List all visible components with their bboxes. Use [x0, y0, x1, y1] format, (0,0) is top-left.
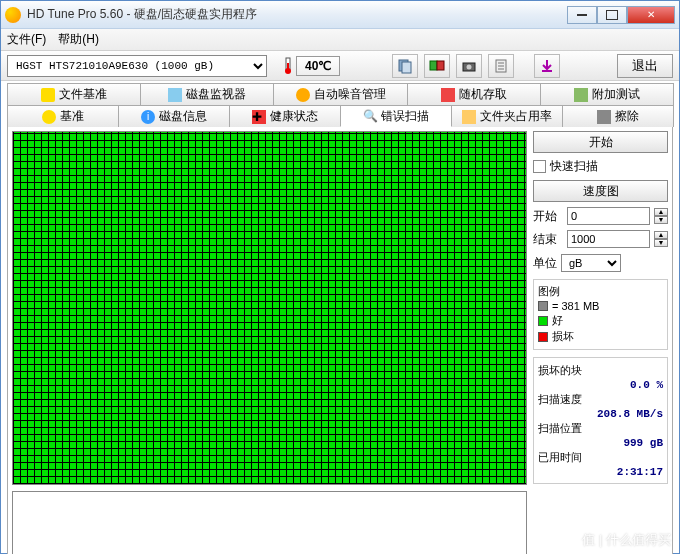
legend-ok: 好 — [552, 313, 563, 328]
start-spin-down[interactable]: ▼ — [654, 216, 668, 224]
scanned-blocks — [13, 132, 526, 484]
speaker-icon — [296, 88, 310, 102]
stats-box: 损坏的块 0.0 % 扫描速度 208.8 MB/s 扫描位置 999 gB 已… — [533, 357, 668, 484]
quick-scan-row: 快速扫描 — [533, 158, 668, 175]
tab-benchmark[interactable]: 基准 — [7, 105, 119, 127]
bench-icon — [42, 110, 56, 124]
copy-info-button[interactable] — [392, 54, 418, 78]
menubar: 文件(F) 帮助(H) — [1, 29, 679, 51]
unit-row: 单位 gB — [533, 254, 668, 272]
menu-help[interactable]: 帮助(H) — [58, 31, 99, 48]
right-pane: 开始 快速扫描 速度图 开始 0 ▲▼ 结束 1000 ▲▼ 单位 — [533, 131, 668, 554]
legend-box: 图例 = 381 MB 好 损坏 — [533, 279, 668, 350]
damaged-value: 0.0 % — [630, 379, 663, 391]
titlebar: HD Tune Pro 5.60 - 硬盘/固态硬盘实用程序 ✕ — [1, 1, 679, 29]
speed-value: 208.8 MB/s — [597, 408, 663, 420]
legend-bad-icon — [538, 332, 548, 342]
legend-title: 图例 — [538, 284, 663, 299]
folder-icon — [462, 110, 476, 124]
extra-icon — [574, 88, 588, 102]
file-bench-icon — [41, 88, 55, 102]
tab-folder-usage[interactable]: 文件夹占用率 — [451, 105, 563, 127]
end-spin-down[interactable]: ▼ — [654, 239, 668, 247]
speed-map-button[interactable]: 速度图 — [533, 180, 668, 202]
log-output — [12, 491, 527, 554]
tab-aam[interactable]: 自动噪音管理 — [273, 83, 407, 105]
save-button[interactable] — [534, 54, 560, 78]
unit-label: 单位 — [533, 255, 557, 272]
tab-disk-monitor[interactable]: 磁盘监视器 — [140, 83, 274, 105]
copy-screenshot-button[interactable] — [424, 54, 450, 78]
tab-row-bottom: 基准 i磁盘信息 ✚健康状态 🔍错误扫描 文件夹占用率 擦除 — [7, 105, 673, 127]
window-title: HD Tune Pro 5.60 - 硬盘/固态硬盘实用程序 — [27, 6, 567, 23]
menu-file[interactable]: 文件(F) — [7, 31, 46, 48]
info-icon: i — [141, 110, 155, 124]
temperature-value: 40℃ — [296, 56, 340, 76]
left-pane — [12, 131, 527, 554]
start-field-row: 开始 0 ▲▼ — [533, 207, 668, 225]
erase-icon — [597, 110, 611, 124]
quick-scan-label: 快速扫描 — [550, 158, 598, 175]
tabs-area: 文件基准 磁盘监视器 自动噪音管理 随机存取 附加测试 基准 i磁盘信息 ✚健康… — [1, 81, 679, 554]
tab-extra-tests[interactable]: 附加测试 — [540, 83, 674, 105]
health-icon: ✚ — [252, 110, 266, 124]
close-button[interactable]: ✕ — [627, 6, 675, 24]
start-label: 开始 — [533, 208, 563, 225]
screenshot-button[interactable] — [456, 54, 482, 78]
tab-health[interactable]: ✚健康状态 — [229, 105, 341, 127]
monitor-icon — [168, 88, 182, 102]
start-button[interactable]: 开始 — [533, 131, 668, 153]
drive-select[interactable]: HGST HTS721010A9E630 (1000 gB) — [7, 55, 267, 77]
tab-erase[interactable]: 擦除 — [562, 105, 674, 127]
unit-select[interactable]: gB — [561, 254, 621, 272]
end-input[interactable]: 1000 — [567, 230, 650, 248]
pos-label: 扫描位置 — [538, 421, 582, 436]
svg-rect-6 — [437, 61, 444, 70]
quick-scan-checkbox[interactable] — [533, 160, 546, 173]
watermark: 值 | 什么值得买 — [582, 531, 671, 549]
tab-info[interactable]: i磁盘信息 — [118, 105, 230, 127]
end-label: 结束 — [533, 231, 563, 248]
time-label: 已用时间 — [538, 450, 582, 465]
tab-random-access[interactable]: 随机存取 — [407, 83, 541, 105]
legend-ok-icon — [538, 316, 548, 326]
tab-row-top: 文件基准 磁盘监视器 自动噪音管理 随机存取 附加测试 — [7, 83, 673, 105]
speed-label: 扫描速度 — [538, 392, 582, 407]
end-spin-up[interactable]: ▲ — [654, 231, 668, 239]
damaged-label: 损坏的块 — [538, 363, 582, 378]
pos-value: 999 gB — [623, 437, 663, 449]
app-window: HD Tune Pro 5.60 - 硬盘/固态硬盘实用程序 ✕ 文件(F) 帮… — [0, 0, 680, 554]
exit-button[interactable]: 退出 — [617, 54, 673, 78]
scan-block-map — [12, 131, 527, 485]
window-controls: ✕ — [567, 6, 675, 24]
legend-bad: 损坏 — [552, 329, 574, 344]
svg-rect-4 — [402, 62, 411, 73]
svg-rect-2 — [287, 63, 289, 71]
legend-block-size: = 381 MB — [552, 300, 599, 312]
app-icon — [5, 7, 21, 23]
random-icon — [441, 88, 455, 102]
svg-point-8 — [467, 64, 472, 69]
legend-block-icon — [538, 301, 548, 311]
maximize-button[interactable] — [597, 6, 627, 24]
start-spin-up[interactable]: ▲ — [654, 208, 668, 216]
time-value: 2:31:17 — [617, 466, 663, 478]
thermometer-icon — [283, 57, 293, 75]
temperature-display: 40℃ — [283, 56, 340, 76]
tab-file-benchmark[interactable]: 文件基准 — [7, 83, 141, 105]
svg-rect-5 — [430, 61, 437, 70]
error-scan-panel: 开始 快速扫描 速度图 开始 0 ▲▼ 结束 1000 ▲▼ 单位 — [7, 126, 673, 554]
tab-error-scan[interactable]: 🔍错误扫描 — [340, 105, 452, 127]
magnifier-icon: 🔍 — [363, 109, 377, 123]
toolbar: HGST HTS721010A9E630 (1000 gB) 40℃ 退出 — [1, 51, 679, 81]
minimize-button[interactable] — [567, 6, 597, 24]
start-input[interactable]: 0 — [567, 207, 650, 225]
end-field-row: 结束 1000 ▲▼ — [533, 230, 668, 248]
options-button[interactable] — [488, 54, 514, 78]
svg-rect-10 — [542, 70, 552, 72]
